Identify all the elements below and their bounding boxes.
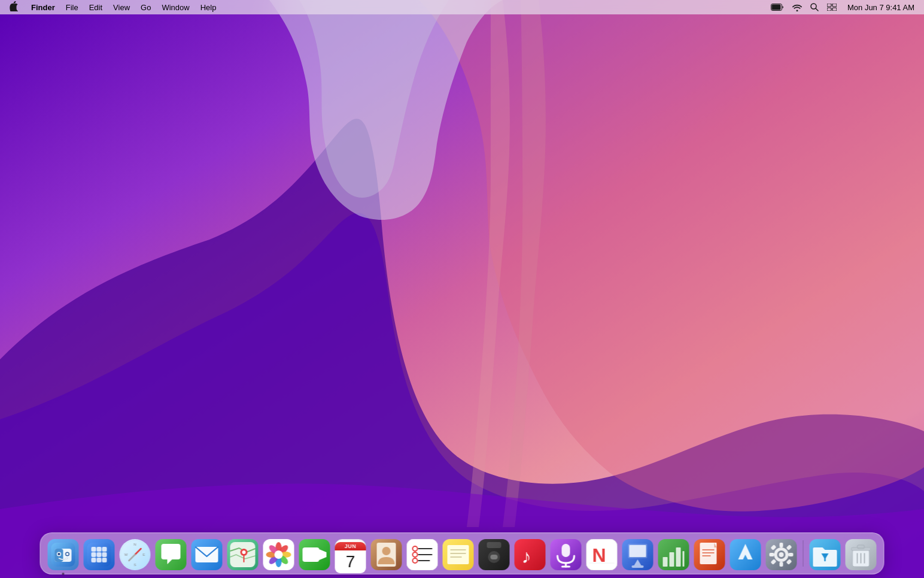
svg-rect-2 [771, 5, 780, 10]
control-center-icon[interactable] [825, 0, 839, 14]
dock-item-photos[interactable] [262, 537, 296, 570]
svg-rect-17 [92, 547, 96, 552]
svg-rect-104 [780, 562, 783, 567]
svg-rect-19 [102, 547, 107, 552]
reminders-icon [407, 539, 438, 570]
numbers-icon [658, 539, 689, 570]
svg-point-14 [58, 553, 60, 555]
svg-rect-22 [102, 552, 107, 557]
finder-icon [48, 539, 79, 570]
svg-rect-65 [448, 545, 469, 564]
wifi-icon[interactable] [790, 0, 804, 14]
menubar-right: Mon Jun 7 9:41 AM [768, 0, 919, 14]
dock-item-calendar[interactable]: JUN 7 [334, 537, 367, 570]
svg-rect-91 [700, 543, 717, 564]
menu-file[interactable]: File [61, 0, 83, 14]
finder-dot [62, 573, 65, 575]
svg-text:S: S [133, 563, 136, 567]
calendar-icon: JUN 7 [335, 539, 366, 570]
battery-icon[interactable] [768, 0, 786, 14]
calendar-icon-inner: JUN 7 [335, 542, 366, 573]
svg-point-15 [66, 553, 69, 555]
svg-point-102 [779, 552, 784, 557]
menu-view[interactable]: View [108, 0, 135, 14]
svg-point-50 [275, 550, 283, 559]
menubar-left: Finder File Edit View Go Window Help [5, 0, 221, 14]
messages-icon [156, 539, 187, 570]
dock-item-pages[interactable] [693, 537, 727, 570]
maps-icon [227, 539, 259, 570]
dock-item-finder[interactable] [47, 537, 80, 570]
svg-rect-8 [832, 8, 837, 11]
svg-rect-105 [770, 553, 774, 556]
datetime[interactable]: Mon Jun 7 9:41 AM [843, 0, 919, 14]
dock-item-launchpad[interactable] [83, 537, 116, 570]
svg-point-40 [242, 550, 246, 554]
dock-item-notes[interactable] [442, 537, 475, 570]
dock-item-podcasts[interactable] [549, 537, 583, 570]
svg-text:N: N [133, 543, 136, 546]
dock-item-appletv[interactable] [478, 537, 511, 570]
svg-rect-20 [92, 552, 96, 557]
svg-rect-84 [632, 565, 644, 568]
menu-window[interactable]: Window [157, 0, 194, 14]
dock-item-safari[interactable]: N S W E [118, 537, 152, 570]
svg-rect-25 [102, 558, 107, 562]
keynote-icon [622, 539, 654, 570]
podcasts-icon [551, 539, 582, 570]
dock-item-reminders[interactable] [406, 537, 439, 570]
dock-item-numbers[interactable] [657, 537, 691, 570]
dock-item-news[interactable]: N [585, 537, 619, 570]
dock-item-contacts[interactable] [370, 537, 403, 570]
trash-icon [846, 539, 877, 570]
contacts-icon [371, 539, 402, 570]
dock-item-maps[interactable] [226, 537, 260, 570]
svg-rect-87 [670, 552, 674, 567]
dock-item-airdrop[interactable] [808, 537, 842, 570]
menu-go[interactable]: Go [136, 0, 156, 14]
svg-rect-86 [663, 557, 668, 567]
music-icon: ♪ [515, 539, 546, 570]
svg-rect-106 [789, 553, 794, 556]
menu-help[interactable]: Help [196, 0, 221, 14]
svg-rect-7 [827, 8, 831, 11]
dock-item-appstore[interactable] [729, 537, 762, 570]
svg-rect-5 [827, 4, 831, 7]
photos-icon [263, 539, 294, 570]
svg-rect-82 [630, 545, 646, 557]
apple-menu[interactable] [5, 1, 23, 13]
dock: N S W E [40, 532, 885, 574]
dock-item-systemprefs[interactable] [765, 537, 798, 570]
svg-point-56 [382, 547, 391, 555]
svg-rect-6 [832, 4, 837, 7]
dock-item-trash[interactable] [844, 537, 878, 570]
news-icon: N [586, 539, 618, 570]
appletv-icon [479, 539, 510, 570]
dock-item-messages[interactable] [154, 537, 188, 570]
svg-rect-52 [303, 547, 320, 562]
pages-icon [694, 539, 725, 570]
facetime-icon [299, 539, 330, 570]
systemprefs-icon [766, 539, 797, 570]
svg-rect-88 [676, 547, 681, 567]
menubar: Finder File Edit View Go Window Help [0, 0, 924, 14]
dock-item-keynote[interactable] [621, 537, 655, 570]
svg-text:W: W [124, 553, 128, 556]
svg-rect-74 [562, 544, 570, 557]
airdrop-icon [810, 539, 841, 570]
svg-rect-23 [92, 558, 96, 562]
dock-item-facetime[interactable] [298, 537, 332, 570]
menu-edit[interactable]: Edit [84, 0, 107, 14]
svg-rect-21 [97, 552, 102, 557]
svg-rect-24 [97, 558, 102, 562]
dock-container: N S W E [40, 532, 885, 574]
appstore-icon [730, 539, 761, 570]
dock-item-mail[interactable] [190, 537, 224, 570]
svg-rect-103 [780, 543, 783, 547]
svg-text:♪: ♪ [522, 546, 531, 567]
svg-line-4 [816, 8, 818, 11]
dock-item-music[interactable]: ♪ [513, 537, 547, 570]
search-icon[interactable] [808, 0, 821, 14]
menu-app-name[interactable]: Finder [26, 0, 60, 14]
svg-rect-18 [97, 547, 102, 552]
